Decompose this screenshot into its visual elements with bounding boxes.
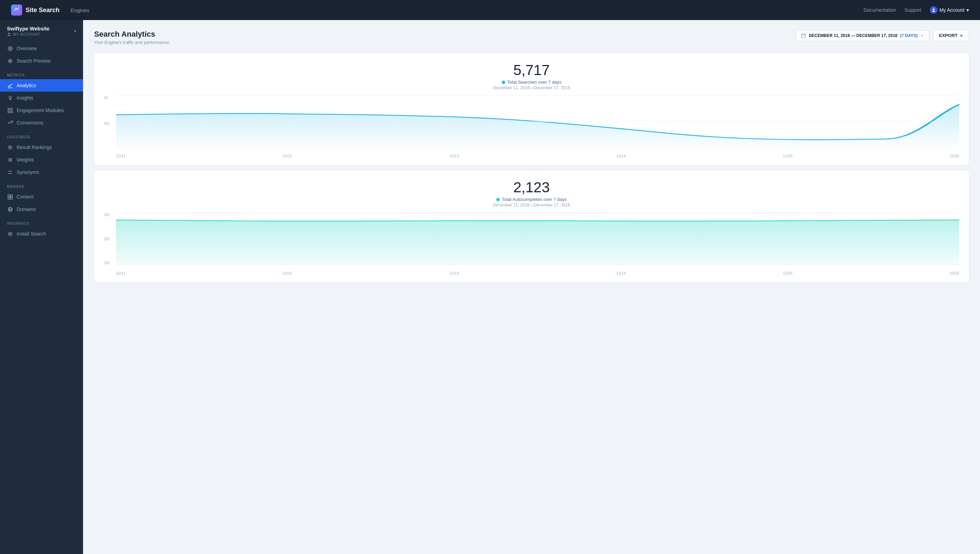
- sidebar-item-overview-label: Overview: [17, 46, 37, 51]
- sidebar-item-engagement[interactable]: Engagement Modules: [0, 104, 83, 116]
- days-badge: (7 DAYS): [900, 33, 917, 38]
- search-preview-icon: [7, 58, 13, 64]
- autocompletes-chart-area: [116, 213, 959, 265]
- svg-rect-12: [11, 108, 13, 110]
- svg-rect-11: [8, 108, 10, 110]
- sidebar-item-content-label: Content: [17, 194, 34, 199]
- searches-chart-container: 1K 500: [104, 96, 959, 158]
- svg-point-4: [8, 59, 12, 63]
- sidebar-item-conversions-label: Conversions: [17, 120, 44, 126]
- searches-stat: 5,717 Total Searches over 7 days Decembe…: [104, 63, 959, 90]
- svg-point-31: [10, 233, 11, 234]
- autocompletes-date-range: December 11, 2018—December 17, 2018: [104, 203, 959, 207]
- autocompletes-chart-card: 2,123 Total Autocompletes over 7 days De…: [94, 170, 969, 282]
- searches-y-labels: 1K 500: [104, 96, 114, 148]
- svg-rect-25: [8, 197, 10, 199]
- header-controls: DECEMBER 11, 2018 — DECEMBER 17, 2018 (7…: [796, 30, 969, 41]
- sidebar-item-search-preview[interactable]: Search Preview: [0, 55, 83, 67]
- sidebar-item-search-preview-label: Search Preview: [17, 58, 51, 64]
- sidebar-item-domains-label: Domains: [17, 207, 36, 212]
- sidebar-item-domains[interactable]: Domains: [0, 203, 83, 215]
- section-interface-label: INTERFACE: [0, 215, 83, 228]
- svg-point-5: [10, 60, 11, 62]
- support-link[interactable]: Support: [905, 7, 921, 13]
- top-nav-right: Documentation Support My Account ▾: [863, 6, 969, 14]
- svg-rect-13: [8, 111, 10, 113]
- svg-point-3: [10, 48, 11, 49]
- page-subtitle: Your Engine's traffic and performance.: [94, 40, 170, 45]
- sidebar-item-result-rankings[interactable]: Result Rankings: [0, 141, 83, 154]
- engagement-icon: [7, 107, 13, 113]
- sidebar-item-analytics[interactable]: Analytics: [0, 79, 83, 92]
- svg-rect-32: [801, 34, 806, 38]
- sidebar-item-conversions[interactable]: Conversions: [0, 116, 83, 129]
- sidebar-item-install-search-label: Install Search: [17, 231, 46, 237]
- svg-rect-26: [10, 197, 13, 199]
- domains-icon: [7, 206, 13, 212]
- main-layout: Swiftype Website MY ACCOUNT ▾ Overv: [0, 20, 980, 554]
- sidebar-item-overview[interactable]: Overview: [0, 42, 83, 55]
- searches-chart-card: 5,717 Total Searches over 7 days Decembe…: [94, 53, 969, 165]
- sidebar-item-install-search[interactable]: Install Search: [0, 228, 83, 240]
- svg-rect-14: [11, 111, 13, 113]
- svg-point-2: [8, 46, 12, 51]
- svg-point-30: [8, 232, 12, 236]
- autocompletes-svg: [116, 213, 959, 265]
- logo-icon: [11, 5, 22, 16]
- engine-chevron-icon: ▾: [74, 29, 76, 33]
- engine-header[interactable]: Swiftype Website MY ACCOUNT ▾: [0, 20, 83, 42]
- insights-icon: [7, 95, 13, 101]
- sidebar-item-synonyms[interactable]: Synonyms: [0, 166, 83, 178]
- app-logo[interactable]: Site Search: [11, 5, 59, 16]
- synonyms-icon: [7, 169, 13, 175]
- sidebar: Swiftype Website MY ACCOUNT ▾ Overv: [0, 20, 83, 554]
- sidebar-item-analytics-label: Analytics: [17, 83, 36, 88]
- sidebar-item-insights[interactable]: Insights: [0, 92, 83, 104]
- my-account-button[interactable]: My Account ▾: [930, 6, 969, 14]
- date-range-label: DECEMBER 11, 2018 — DECEMBER 17, 2018: [809, 33, 897, 38]
- searches-label: Total Searches over 7 days: [507, 80, 562, 85]
- weights-icon: [7, 157, 13, 163]
- autocompletes-label-row: Total Autocompletes over 7 days: [104, 197, 959, 202]
- sidebar-item-insights-label: Insights: [17, 95, 33, 100]
- user-avatar-icon: [930, 6, 937, 14]
- export-chevron-icon: [959, 34, 963, 37]
- export-label: EXPORT: [939, 33, 958, 38]
- result-rankings-icon: [7, 144, 13, 150]
- content-area: Search Analytics Your Engine's traffic a…: [83, 20, 980, 554]
- section-manage-label: MANAGE: [0, 178, 83, 191]
- engine-name: Swiftype Website: [7, 25, 49, 32]
- searches-date-range: December 11, 2018—December 17, 2018: [104, 85, 959, 90]
- searches-number: 5,717: [104, 63, 959, 78]
- autocompletes-x-labels: 12/11 12/12 12/13 12/14 12/15 12/16: [116, 271, 959, 275]
- my-account-chevron: ▾: [967, 7, 969, 13]
- export-button[interactable]: EXPORT: [933, 30, 969, 41]
- calendar-icon: [801, 33, 806, 38]
- conversions-icon: [7, 119, 13, 126]
- install-search-icon: [7, 231, 13, 237]
- svg-rect-23: [8, 195, 10, 197]
- sidebar-item-weights-label: Weights: [17, 157, 34, 162]
- date-picker-chevron-icon: [921, 34, 924, 37]
- svg-rect-24: [10, 195, 13, 197]
- sidebar-item-content[interactable]: Content: [0, 191, 83, 203]
- section-metrics-label: METRICS: [0, 67, 83, 79]
- engines-nav-item[interactable]: Engines: [70, 5, 89, 16]
- engine-account: MY ACCOUNT: [7, 32, 49, 36]
- searches-svg: [116, 96, 959, 148]
- svg-point-7: [9, 96, 11, 99]
- sidebar-item-result-rankings-label: Result Rankings: [17, 145, 52, 150]
- autocompletes-label: Total Autocompletes over 7 days: [502, 197, 567, 202]
- sidebar-item-synonyms-label: Synonyms: [17, 169, 39, 175]
- section-customize-label: CUSTOMIZE: [0, 129, 83, 141]
- searches-dot: [502, 81, 505, 84]
- app-name: Site Search: [26, 6, 59, 14]
- date-picker-button[interactable]: DECEMBER 11, 2018 — DECEMBER 17, 2018 (7…: [796, 30, 929, 41]
- autocompletes-stat: 2,123 Total Autocompletes over 7 days De…: [104, 180, 959, 207]
- sidebar-item-weights[interactable]: Weights: [0, 154, 83, 166]
- autocompletes-chart-container: 300 200 100: [104, 213, 959, 275]
- searches-x-labels: 12/11 12/12 12/13 12/14 12/15 12/16: [116, 154, 959, 158]
- content-icon: [7, 194, 13, 200]
- documentation-link[interactable]: Documentation: [863, 7, 896, 13]
- top-navigation: Site Search Engines Documentation Suppor…: [0, 0, 980, 20]
